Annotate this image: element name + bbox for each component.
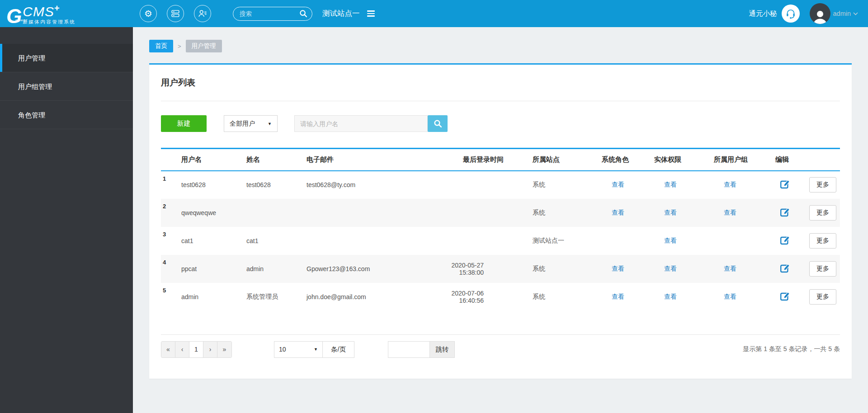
cell-user-group: [712, 227, 774, 255]
more-button[interactable]: 更多: [809, 233, 836, 249]
view-link[interactable]: 查看: [612, 181, 624, 188]
global-search: [233, 7, 312, 21]
assistant-label[interactable]: 通元小秘: [749, 9, 777, 19]
headset-icon: [785, 8, 796, 19]
assistant-button[interactable]: [782, 5, 800, 23]
user-filter-select[interactable]: 全部用户 ▼: [224, 115, 278, 132]
cell-username: ppcat: [179, 255, 245, 283]
col-system-role: 系统角色: [600, 149, 652, 171]
cell-system-role: 查看: [600, 255, 652, 283]
view-link[interactable]: 查看: [612, 265, 624, 272]
breadcrumb-home[interactable]: 首页: [149, 40, 173, 52]
site-switcher[interactable]: 测试站点一: [322, 9, 375, 19]
topbar: G power CMS+ 新媒体内容管理系统 ⚙: [0, 0, 868, 27]
page-last-button[interactable]: »: [217, 342, 231, 357]
jump-page-input[interactable]: [388, 341, 429, 358]
cell-entity-permission: 查看: [652, 283, 712, 311]
user-table-body: 1 test0628 test0628 test0628@ty.com 系统 查…: [161, 171, 840, 311]
page-number-button[interactable]: 1: [189, 342, 203, 357]
page-next-button[interactable]: ›: [203, 342, 217, 357]
view-link[interactable]: 查看: [724, 209, 736, 216]
page-prev-button[interactable]: ‹: [175, 342, 189, 357]
app-logo[interactable]: G power CMS+ 新媒体内容管理系统: [6, 2, 101, 25]
username-search-input[interactable]: [294, 115, 428, 132]
cell-user-group: 查看: [712, 171, 774, 199]
logo-g-mark: G power: [6, 7, 22, 25]
page-first-button[interactable]: «: [161, 342, 175, 357]
logo-cms-text: CMS+: [23, 2, 75, 18]
row-number: 1: [161, 171, 179, 199]
view-link[interactable]: 查看: [664, 237, 677, 244]
search-icon: [434, 119, 442, 128]
more-button[interactable]: 更多: [809, 289, 836, 305]
cell-system-role: 查看: [600, 199, 652, 227]
cell-name: 系统管理员: [245, 283, 305, 311]
cell-site: 系统: [504, 199, 600, 227]
cell-username: admin: [179, 283, 245, 311]
view-link[interactable]: 查看: [724, 181, 736, 188]
hamburger-menu-icon[interactable]: [367, 10, 375, 17]
more-button[interactable]: 更多: [809, 177, 836, 192]
cell-entity-permission: 查看: [652, 199, 712, 227]
settings-button[interactable]: ⚙: [140, 5, 157, 22]
table-row: 5 admin 系统管理员 john.doe@gmail.com 2020-07…: [161, 283, 840, 311]
cell-system-role: 查看: [600, 171, 652, 199]
edit-icon[interactable]: [780, 179, 790, 189]
global-search-input[interactable]: [240, 10, 299, 17]
username-label[interactable]: admin: [833, 10, 851, 17]
table-row: 3 cat1 cat1 测试站点一 查看 更多: [161, 227, 840, 255]
user-management-button[interactable]: [194, 5, 211, 22]
cell-site: 测试站点一: [504, 227, 600, 255]
topbar-nav: ⚙: [140, 5, 211, 22]
search-button[interactable]: [428, 115, 448, 132]
view-link[interactable]: 查看: [724, 265, 736, 272]
cell-last-login: [424, 171, 504, 199]
view-link[interactable]: 查看: [664, 209, 677, 216]
chevron-down-icon[interactable]: [853, 12, 858, 15]
modules-button[interactable]: [167, 5, 184, 22]
view-link[interactable]: 查看: [612, 293, 624, 300]
new-button[interactable]: 新建: [161, 115, 207, 132]
cell-last-login: [424, 227, 504, 255]
search-icon[interactable]: [299, 9, 307, 18]
edit-icon[interactable]: [780, 235, 790, 245]
cell-email: john.doe@gmail.com: [305, 283, 424, 311]
col-edit: 编辑: [774, 149, 807, 171]
sidebar-item-user-group-management[interactable]: 用户组管理: [0, 72, 133, 101]
page-size-select[interactable]: 10 ▼: [274, 341, 323, 358]
user-avatar[interactable]: [810, 3, 830, 24]
row-number: 4: [161, 255, 179, 283]
cell-site: 系统: [504, 171, 600, 199]
more-button[interactable]: 更多: [809, 205, 836, 221]
cell-username: test0628: [179, 171, 245, 199]
sidebar-item-user-management[interactable]: 用户管理: [0, 44, 133, 72]
col-name: 姓名: [245, 149, 305, 171]
breadcrumb: 首页 > 用户管理: [133, 27, 868, 52]
jump-button[interactable]: 跳转: [429, 341, 455, 358]
cell-entity-permission: 查看: [652, 255, 712, 283]
cell-email: Gpower123@163.com: [305, 255, 424, 283]
view-link[interactable]: 查看: [664, 293, 677, 300]
table-row: 2 qweqweqwe 系统 查看 查看 查看 更多: [161, 199, 840, 227]
view-link[interactable]: 查看: [724, 293, 736, 300]
cell-email: [305, 199, 424, 227]
breadcrumb-separator: >: [178, 43, 181, 50]
more-button[interactable]: 更多: [809, 261, 836, 277]
edit-icon[interactable]: [780, 291, 790, 301]
cell-email: [305, 227, 424, 255]
sidebar-item-role-management[interactable]: 角色管理: [0, 101, 133, 129]
edit-icon[interactable]: [780, 263, 790, 273]
cell-name: test0628: [245, 171, 305, 199]
view-link[interactable]: 查看: [612, 209, 624, 216]
view-link[interactable]: 查看: [664, 265, 677, 272]
view-link[interactable]: 查看: [664, 181, 677, 188]
topbar-right: 通元小秘 admin: [749, 3, 859, 24]
table-row: 1 test0628 test0628 test0628@ty.com 系统 查…: [161, 171, 840, 199]
page-size-value: 10: [279, 346, 286, 353]
cell-name: admin: [245, 255, 305, 283]
col-email: 电子邮件: [305, 149, 424, 171]
cell-email: test0628@ty.com: [305, 171, 424, 199]
cell-user-group: 查看: [712, 255, 774, 283]
edit-icon[interactable]: [780, 207, 790, 217]
cell-last-login: 2020-07-06 16:40:56: [424, 283, 504, 311]
